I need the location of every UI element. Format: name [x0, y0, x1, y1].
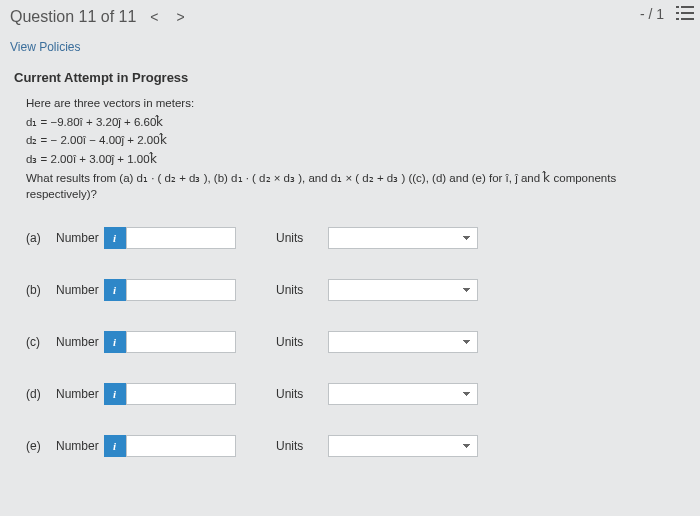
vector-d2: d₂ = − 2.00î − 4.00ĵ + 2.00k̂ [26, 132, 680, 149]
number-input-a[interactable] [126, 227, 236, 249]
units-label: Units [276, 387, 328, 401]
units-label: Units [276, 439, 328, 453]
number-label: Number [56, 231, 104, 245]
number-input-d[interactable] [126, 383, 236, 405]
vector-d3: d₃ = 2.00î + 3.00ĵ + 1.00k̂ [26, 151, 680, 168]
part-label-a: (a) [26, 231, 56, 245]
info-icon[interactable]: i [104, 279, 126, 301]
units-select-c[interactable] [328, 331, 478, 353]
part-label-d: (d) [26, 387, 56, 401]
svg-rect-0 [676, 6, 679, 8]
answer-row-a: (a) Number i Units [26, 223, 700, 253]
part-label-c: (c) [26, 335, 56, 349]
units-label: Units [276, 335, 328, 349]
part-label-b: (b) [26, 283, 56, 297]
number-label: Number [56, 335, 104, 349]
info-icon[interactable]: i [104, 227, 126, 249]
answer-row-b: (b) Number i Units [26, 275, 700, 305]
svg-rect-2 [676, 12, 679, 14]
units-label: Units [276, 283, 328, 297]
attempt-status: Current Attempt in Progress [0, 64, 700, 95]
score-display: - / 1 [640, 6, 664, 22]
view-policies-link[interactable]: View Policies [0, 26, 700, 64]
vector-d1: d₁ = −9.80î + 3.20ĵ + 6.60k̂ [26, 114, 680, 131]
info-icon[interactable]: i [104, 383, 126, 405]
units-select-b[interactable] [328, 279, 478, 301]
menu-icon[interactable] [676, 5, 694, 21]
number-label: Number [56, 439, 104, 453]
number-input-e[interactable] [126, 435, 236, 457]
svg-text:i: i [113, 284, 117, 296]
answer-row-d: (d) Number i Units [26, 379, 700, 409]
units-label: Units [276, 231, 328, 245]
svg-text:i: i [113, 440, 117, 452]
prompt-ask: What results from (a) d₁ · ( d₂ + d₃ ), … [26, 170, 680, 203]
units-select-e[interactable] [328, 435, 478, 457]
svg-text:i: i [113, 388, 117, 400]
question-prompt: Here are three vectors in meters: d₁ = −… [0, 95, 700, 203]
answer-section: (a) Number i Units (b) Number i Units (c… [0, 205, 700, 461]
prev-question-button[interactable]: < [150, 9, 158, 25]
prompt-intro: Here are three vectors in meters: [26, 95, 680, 112]
info-icon[interactable]: i [104, 435, 126, 457]
answer-row-e: (e) Number i Units [26, 431, 700, 461]
info-icon[interactable]: i [104, 331, 126, 353]
svg-rect-4 [676, 18, 679, 20]
svg-rect-1 [681, 6, 694, 8]
number-label: Number [56, 283, 104, 297]
units-select-d[interactable] [328, 383, 478, 405]
svg-text:i: i [113, 336, 117, 348]
units-select-a[interactable] [328, 227, 478, 249]
number-input-b[interactable] [126, 279, 236, 301]
svg-rect-5 [681, 18, 694, 20]
svg-text:i: i [113, 232, 117, 244]
svg-rect-3 [681, 12, 694, 14]
next-question-button[interactable]: > [177, 9, 185, 25]
answer-row-c: (c) Number i Units [26, 327, 700, 357]
question-number: Question 11 of 11 [10, 8, 136, 26]
part-label-e: (e) [26, 439, 56, 453]
number-label: Number [56, 387, 104, 401]
number-input-c[interactable] [126, 331, 236, 353]
